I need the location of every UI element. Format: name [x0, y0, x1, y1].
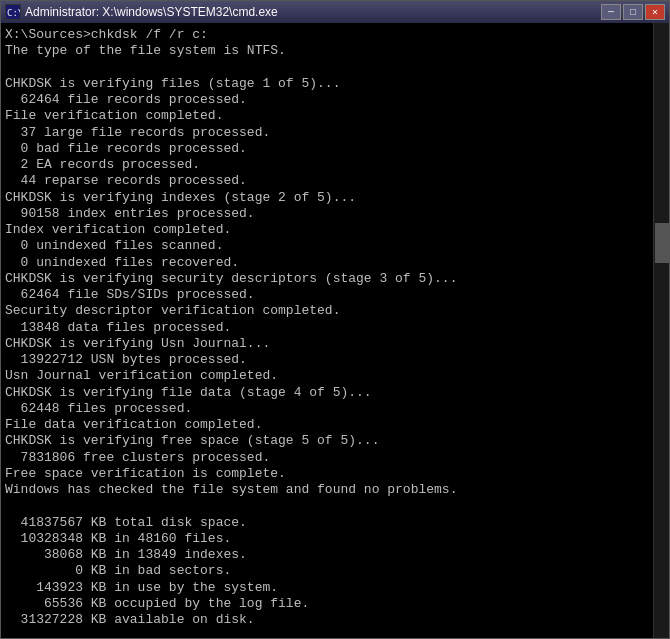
scrollbar-thumb[interactable] — [655, 223, 669, 263]
title-bar-left: C:\ Administrator: X:\windows\SYSTEM32\c… — [5, 4, 278, 20]
console-area: X:\Sources>chkdsk /f /r c: The type of t… — [1, 23, 669, 638]
window-controls: ─ □ ✕ — [601, 4, 665, 20]
console-output: X:\Sources>chkdsk /f /r c: The type of t… — [5, 27, 665, 638]
cmd-window: C:\ Administrator: X:\windows\SYSTEM32\c… — [0, 0, 670, 639]
cmd-icon: C:\ — [5, 4, 21, 20]
title-bar: C:\ Administrator: X:\windows\SYSTEM32\c… — [1, 1, 669, 23]
window-title: Administrator: X:\windows\SYSTEM32\cmd.e… — [25, 5, 278, 19]
scrollbar[interactable] — [653, 23, 669, 638]
close-button[interactable]: ✕ — [645, 4, 665, 20]
minimize-button[interactable]: ─ — [601, 4, 621, 20]
svg-text:C:\: C:\ — [7, 8, 20, 18]
maximize-button[interactable]: □ — [623, 4, 643, 20]
